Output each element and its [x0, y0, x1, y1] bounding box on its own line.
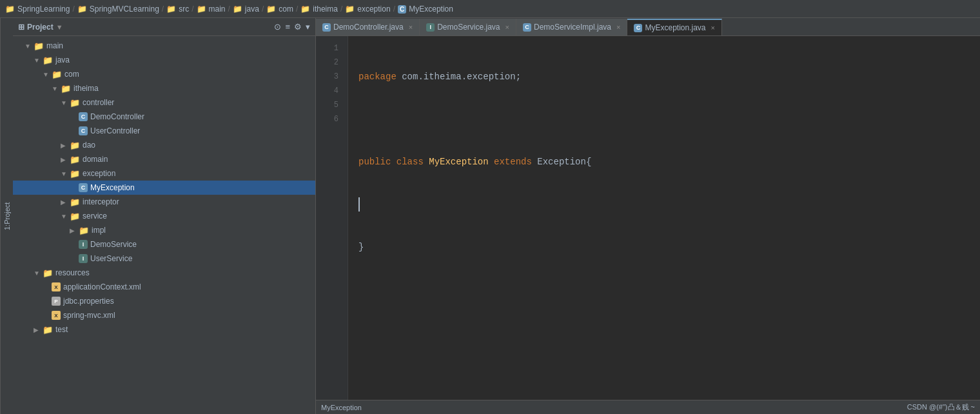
- breadcrumb-module[interactable]: SpringMVCLearning: [90, 5, 159, 14]
- code-line-2: [358, 112, 980, 126]
- breadcrumb-sep7: /: [340, 5, 342, 14]
- sidebar-dropdown-arrow[interactable]: ▼: [56, 23, 63, 31]
- breadcrumb-main[interactable]: main: [209, 5, 226, 14]
- tree-label-springmvc: spring-mvc.xml: [63, 311, 115, 320]
- tree-item-main[interactable]: 📁 main: [13, 39, 315, 53]
- tree-label-appcontext: applicationContext.xml: [63, 282, 141, 291]
- breadcrumb-myexception[interactable]: MyException: [409, 5, 453, 14]
- tree-item-jdbc[interactable]: P jdbc.properties: [13, 294, 315, 308]
- tree-item-domain[interactable]: 📁 domain: [13, 152, 315, 166]
- tree-item-resources[interactable]: 📁 resources: [13, 266, 315, 280]
- breadcrumb-src-icon: 📁: [166, 5, 176, 14]
- line-num-3: 3: [316, 70, 342, 84]
- tree-arrow-main: [24, 43, 34, 50]
- folder-icon-java: 📁: [43, 55, 53, 65]
- code-line-1: package com.itheima.exception;: [358, 70, 980, 84]
- breadcrumb-sep5: /: [262, 5, 264, 14]
- tree-item-interceptor[interactable]: 📁 interceptor: [13, 195, 315, 209]
- folder-icon-service: 📁: [70, 212, 80, 221]
- folder-icon-exception: 📁: [70, 169, 80, 179]
- tab-demoservice[interactable]: I DemoService.java ×: [420, 19, 516, 35]
- locate-icon[interactable]: ⊙: [274, 22, 281, 32]
- tree-item-dao[interactable]: 📁 dao: [13, 138, 315, 152]
- tab-democontroller[interactable]: C DemoController.java ×: [316, 19, 420, 35]
- tree-label-userservice: UserService: [90, 254, 132, 263]
- project-panel-tab[interactable]: 1:Project: [0, 18, 13, 414]
- status-bar: MyException CSDN @(#")凸＆贱 ~: [316, 400, 980, 414]
- tab-icon-demoservice: I: [426, 23, 435, 32]
- settings-icon[interactable]: ⚙: [294, 22, 302, 32]
- tree-item-myexception[interactable]: C MyException: [13, 181, 315, 195]
- tab-myexception[interactable]: C MyException.java ×: [627, 19, 721, 35]
- tree-item-usercontroller[interactable]: C UserController: [13, 124, 315, 138]
- breadcrumb-myexception-icon: C: [398, 5, 406, 14]
- breadcrumb-bar: 📁 SpringLearning / 📁 SpringMVCLearning /…: [0, 0, 980, 18]
- tree-item-impl[interactable]: 📁 impl: [13, 223, 315, 237]
- classname-exception: Exception{: [537, 157, 591, 167]
- tab-close-democontroller[interactable]: ×: [409, 23, 413, 31]
- tree-arrow-itheima: [52, 85, 61, 92]
- tree-label-exception: exception: [83, 169, 115, 178]
- tab-label-demoserviceimpl: DemoServiceImpl.java: [534, 23, 611, 32]
- tree-item-appcontext[interactable]: X applicationContext.xml: [13, 280, 315, 294]
- line-num-2: 2: [316, 55, 342, 70]
- tab-label-myexception: MyException.java: [645, 23, 705, 32]
- code-editor[interactable]: 1 2 3 4 5 6 package com.itheima.exceptio…: [316, 36, 980, 400]
- tab-close-demoserviceimpl[interactable]: ×: [616, 23, 620, 31]
- tab-demoserviceimpl[interactable]: C DemoServiceImpl.java ×: [516, 19, 627, 35]
- tab-icon-democontroller: C: [322, 23, 331, 32]
- folder-icon-domain: 📁: [70, 155, 80, 164]
- tree-arrow-dao: [61, 142, 70, 149]
- tree-label-itheima: itheima: [74, 84, 99, 93]
- tree-label-dao: dao: [83, 141, 95, 150]
- breadcrumb-itheima-icon: 📁: [300, 5, 310, 14]
- tree-label-resources: resources: [55, 268, 90, 277]
- tree-item-springmvc[interactable]: X spring-mvc.xml: [13, 308, 315, 322]
- class-icon-userservice: I: [79, 254, 88, 263]
- breadcrumb-src[interactable]: src: [179, 5, 189, 14]
- tree-item-com[interactable]: 📁 com: [13, 67, 315, 81]
- sidebar-header: ⊞ Project ▼ ⊙ ≡ ⚙ ▾: [13, 18, 315, 36]
- tree-item-democontroller[interactable]: C DemoController: [13, 110, 315, 124]
- tree-label-demoservice: DemoService: [90, 240, 137, 249]
- tree-item-exception[interactable]: 📁 exception: [13, 166, 315, 181]
- breadcrumb-project[interactable]: SpringLearning: [17, 5, 70, 14]
- tree-arrow-java: [34, 57, 43, 64]
- breadcrumb-exception[interactable]: exception: [357, 5, 390, 14]
- xml-icon-appcontext: X: [52, 282, 61, 291]
- tree-label-myexception: MyException: [90, 183, 135, 192]
- tree-label-domain: domain: [83, 155, 108, 164]
- tree-item-service[interactable]: 📁 service: [13, 209, 315, 223]
- breadcrumb-com[interactable]: com: [279, 5, 293, 14]
- folder-icon-main: 📁: [34, 41, 44, 51]
- sidebar-title-label: ⊞: [18, 23, 24, 32]
- tab-icon-myexception: C: [634, 24, 642, 32]
- tree-arrow-test: [34, 326, 43, 333]
- package-name: com.itheima.exception;: [397, 72, 521, 82]
- tree-item-userservice[interactable]: I UserService: [13, 251, 315, 266]
- tree-arrow-exception: [61, 170, 70, 177]
- tab-close-myexception[interactable]: ×: [711, 24, 715, 32]
- folder-icon-interceptor: 📁: [70, 197, 80, 207]
- code-line-3: public class MyException extends Excepti…: [358, 155, 980, 169]
- breadcrumb-java[interactable]: java: [245, 5, 259, 14]
- code-content[interactable]: package com.itheima.exception; public cl…: [348, 36, 980, 400]
- tree-item-controller[interactable]: 📁 controller: [13, 95, 315, 110]
- tree-item-itheima[interactable]: 📁 itheima: [13, 81, 315, 95]
- tab-close-demoservice[interactable]: ×: [505, 23, 509, 31]
- gear-icon[interactable]: ▾: [306, 22, 310, 32]
- status-left: MyException: [321, 404, 362, 411]
- tree-label-controller: controller: [83, 98, 114, 107]
- sidebar-title-text: Project: [27, 23, 54, 32]
- collapse-icon[interactable]: ≡: [285, 22, 290, 32]
- tree-item-java[interactable]: 📁 java: [13, 53, 315, 67]
- line-num-6: 6: [316, 112, 342, 126]
- tree-item-demoservice[interactable]: I DemoService: [13, 237, 315, 251]
- breadcrumb-sep2: /: [162, 5, 164, 14]
- closing-brace: }: [358, 242, 364, 252]
- sidebar: ⊞ Project ▼ ⊙ ≡ ⚙ ▾ 📁 main: [13, 18, 316, 414]
- breadcrumb-itheima[interactable]: itheima: [313, 5, 338, 14]
- tree-arrow-com: [43, 71, 52, 78]
- tree-item-test[interactable]: 📁 test: [13, 322, 315, 337]
- tree-arrow-impl: [70, 227, 79, 234]
